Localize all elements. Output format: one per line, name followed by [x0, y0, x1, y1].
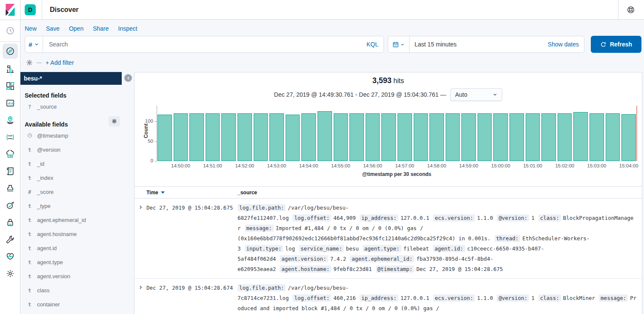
kibana-logo[interactable] [0, 0, 20, 20]
histogram-bar[interactable] [157, 115, 172, 161]
field-item-_type[interactable]: t_type [20, 199, 134, 213]
histogram-bar[interactable] [174, 113, 188, 161]
kql-button[interactable]: KQL [363, 41, 378, 48]
nav-uptime[interactable] [0, 197, 20, 214]
logs-scroll-icon [6, 167, 14, 176]
histogram-bar[interactable] [414, 113, 428, 161]
source-field-value: 9febf8c23d81 [333, 266, 372, 272]
histogram-bar[interactable] [478, 113, 492, 161]
saved-query-menu-button[interactable]: # [25, 36, 43, 53]
histogram-bar[interactable] [286, 115, 300, 161]
histogram-bar[interactable] [398, 113, 412, 161]
index-pattern-selector[interactable]: besu-* [20, 72, 122, 85]
field-item-agent.version[interactable]: tagent.version [20, 269, 134, 283]
discover-workspace: besu-* Selected fields ?_source Availabl… [20, 72, 644, 314]
calendar-icon [392, 41, 399, 48]
histogram-bar[interactable] [238, 113, 252, 161]
nav-recently-viewed[interactable] [0, 20, 20, 41]
histogram-bar[interactable] [446, 113, 460, 161]
filter-options-button[interactable] [26, 59, 33, 66]
field-item-class[interactable]: tclass [20, 283, 134, 297]
nav-apm[interactable] [0, 180, 20, 197]
histogram-bar[interactable] [493, 113, 508, 161]
hash-icon: # [29, 41, 32, 48]
field-item-agent.ephemeral_id[interactable]: tagent.ephemeral_id [20, 213, 134, 227]
histogram-bar[interactable] [509, 113, 524, 161]
field-item-_id[interactable]: t_id [20, 157, 134, 171]
nav-logs[interactable] [0, 163, 20, 180]
nav-canvas[interactable] [0, 95, 20, 112]
show-dates-button[interactable]: Show dates [545, 40, 584, 48]
gear-icon [26, 59, 33, 66]
refresh-button[interactable]: Refresh [591, 36, 641, 53]
field-name: agent.type [37, 259, 63, 265]
toolbar-link-open[interactable]: Open [69, 25, 83, 32]
histogram-bar[interactable] [461, 113, 476, 161]
nav-siem[interactable] [0, 214, 20, 231]
row-source: log.file.path:/var/log/besu/besu-7c8714c… [238, 283, 642, 314]
source-field-badge: class: [538, 294, 561, 302]
nav-dev-tools[interactable] [0, 231, 20, 248]
histogram-bar[interactable] [349, 113, 364, 161]
histogram-bar[interactable] [621, 114, 636, 161]
field-item-_source[interactable]: ?_source [20, 100, 134, 114]
field-item-_index[interactable]: t_index [20, 171, 134, 185]
collapse-sidebar-button[interactable] [124, 74, 132, 82]
histogram-bar[interactable] [606, 113, 620, 161]
histogram-bar[interactable] [366, 113, 380, 161]
search-input[interactable] [48, 40, 363, 48]
histogram-bar[interactable] [221, 113, 236, 161]
histogram-bar[interactable] [541, 113, 556, 161]
histogram-bar[interactable] [254, 113, 268, 161]
nav-discover[interactable] [3, 43, 18, 59]
field-item-agent.type[interactable]: tagent.type [20, 255, 134, 269]
toolbar-link-share[interactable]: Share [93, 25, 109, 32]
time-range-value[interactable]: Last 15 minutes [409, 41, 545, 48]
histogram-bar[interactable] [206, 113, 220, 161]
histogram-bar[interactable] [301, 113, 316, 161]
field-item-@version[interactable]: t@version [20, 143, 134, 157]
source-column-header: _source [238, 190, 642, 196]
nav-machine-learning[interactable] [0, 129, 20, 146]
nav-metrics[interactable] [0, 146, 20, 163]
toolbar-link-inspect[interactable]: Inspect [118, 25, 137, 32]
field-item-container[interactable]: tcontainer [20, 297, 134, 311]
toolbar-link-new[interactable]: New [25, 25, 37, 32]
expand-row-button[interactable] [135, 283, 146, 314]
expand-row-button[interactable] [135, 203, 146, 274]
histogram-bar[interactable] [318, 111, 332, 161]
source-field-badge: agent.type: [363, 245, 401, 252]
histogram-bar[interactable] [269, 113, 284, 161]
toolbar-link-save[interactable]: Save [46, 25, 60, 32]
field-item-agent.id[interactable]: tagent.id [20, 241, 134, 255]
quick-select-menu-button[interactable] [388, 36, 409, 52]
histogram-bar[interactable] [558, 113, 572, 161]
page-title: Discover [50, 6, 79, 14]
nav-dashboard[interactable] [0, 78, 20, 95]
histogram-bar[interactable] [573, 112, 588, 161]
field-item-agent.hostname[interactable]: tagent.hostname [20, 227, 134, 241]
x-tick-label: 15:02:00 [555, 163, 574, 168]
histogram-bar[interactable] [381, 113, 396, 161]
y-tick-label: 50 [135, 138, 153, 144]
row-timestamp: Dec 27, 2019 @ 15:04:28.675 [146, 203, 238, 274]
histogram-bar[interactable] [189, 113, 204, 161]
histogram-bar[interactable] [429, 113, 444, 161]
field-settings-button[interactable] [109, 116, 120, 127]
nav-management[interactable] [0, 265, 20, 282]
nav-visualize[interactable] [0, 60, 20, 78]
add-filter-link[interactable]: + Add filter [46, 59, 74, 66]
nav-maps[interactable] [0, 112, 20, 129]
histogram-bar[interactable] [526, 113, 540, 161]
table-body: Dec 27, 2019 @ 15:04:28.675log.file.path… [135, 199, 642, 314]
histogram-bar[interactable] [334, 113, 348, 161]
time-column-header[interactable]: Time [146, 190, 238, 196]
space-avatar[interactable]: D [25, 4, 36, 15]
histogram-bar[interactable] [590, 113, 604, 161]
help-menu-button[interactable] [624, 6, 637, 14]
nav-stack-monitoring[interactable] [0, 248, 20, 265]
refresh-label: Refresh [610, 41, 632, 48]
field-item-_score[interactable]: #_score [20, 185, 134, 199]
interval-select[interactable]: Auto [450, 88, 502, 101]
field-item-@timestamp[interactable]: @timestamp [20, 129, 134, 143]
